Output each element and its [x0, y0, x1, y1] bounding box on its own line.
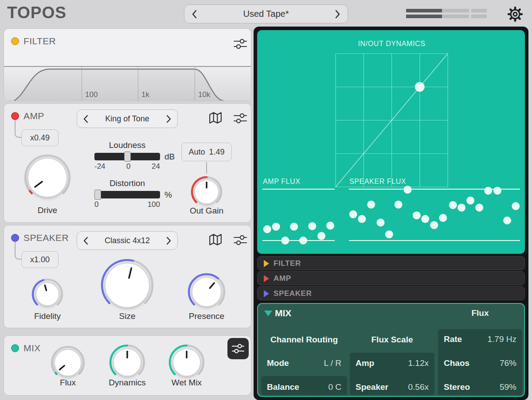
- out-gain-auto-box[interactable]: Auto 1.49: [181, 143, 232, 161]
- filter-led[interactable]: [11, 37, 19, 45]
- distortion-unit: %: [164, 190, 172, 200]
- balance-value[interactable]: 0 C: [328, 382, 341, 392]
- mode-row[interactable]: Mode L / R: [261, 358, 347, 369]
- speaker-model-next-button[interactable]: [166, 237, 171, 245]
- distortion-label: Distortion: [94, 179, 160, 188]
- amp-mod-scale-box[interactable]: x0.49: [21, 129, 59, 146]
- speaker-model-prev-button[interactable]: [83, 237, 88, 245]
- mix-section-label: MIX: [23, 343, 41, 353]
- inspector-mix-title[interactable]: MIX: [275, 308, 291, 318]
- chaos-row[interactable]: Chaos 76%: [438, 358, 522, 369]
- dynamics-knob-label: Dynamics: [101, 378, 154, 388]
- speaker-scale-value[interactable]: 0.56x: [408, 382, 429, 392]
- size-knob-label: Size: [101, 311, 154, 321]
- speaker-map-icon[interactable]: [208, 233, 223, 246]
- chevron-right-icon: [167, 237, 170, 244]
- flux-column-header: Flux: [438, 308, 522, 318]
- amp-scale-label: Amp: [356, 358, 374, 368]
- rate-row[interactable]: Rate 1.79 Hz: [438, 334, 522, 345]
- freq-gridline-1k: [138, 67, 138, 101]
- flux-display: IN/OUT DYNAMICS AMP FLUX SPEAKER FLUX: [257, 30, 525, 254]
- distortion-tick-min: 0: [94, 200, 98, 209]
- loudness-unit: dB: [164, 152, 175, 162]
- auto-value: 1.49: [209, 148, 224, 157]
- inspector-row-filter[interactable]: FILTER: [257, 256, 525, 270]
- preset-name[interactable]: Used Tape*: [243, 9, 289, 19]
- meter-clip-left: [471, 9, 487, 12]
- filter-section-label: FILTER: [23, 36, 56, 47]
- amp-scale-value[interactable]: 1.12x: [408, 358, 429, 368]
- drive-knob-label: Drive: [21, 206, 74, 215]
- loudness-slider[interactable]: [94, 153, 160, 160]
- drive-knob[interactable]: [22, 152, 73, 203]
- amp-model-prev-button[interactable]: [83, 115, 88, 123]
- presence-knob-label: Presence: [180, 311, 233, 321]
- mode-value[interactable]: L / R: [324, 358, 341, 368]
- amp-model-next-button[interactable]: [166, 115, 171, 123]
- distortion-slider[interactable]: [94, 191, 160, 198]
- filter-panel: FILTER 100 1k 10k: [4, 28, 251, 101]
- loudness-tick-max: 24: [152, 162, 160, 171]
- chevron-left-icon: [84, 116, 87, 122]
- wet-mix-knob[interactable]: [168, 344, 205, 381]
- speaker-led[interactable]: [11, 234, 19, 242]
- loudness-slider-handle[interactable]: [124, 151, 131, 162]
- speaker-sliders-icon[interactable]: [233, 234, 247, 246]
- balance-row[interactable]: Balance 0 C: [261, 382, 347, 392]
- preset-prev-button[interactable]: [192, 9, 197, 19]
- amp-map-icon[interactable]: [208, 111, 223, 124]
- amp-model-selector[interactable]: King of Tone: [77, 109, 178, 128]
- speaker-scale-label: Speaker: [356, 382, 388, 392]
- out-gain-knob[interactable]: [190, 175, 223, 208]
- loudness-tick-mid: 0: [126, 162, 130, 171]
- balance-label: Balance: [267, 382, 299, 392]
- inspector-row-amp[interactable]: AMP: [257, 271, 525, 285]
- amp-led[interactable]: [11, 112, 19, 120]
- chevron-right-icon: [336, 11, 339, 18]
- rate-value[interactable]: 1.79 Hz: [488, 334, 516, 344]
- amp-sliders-icon[interactable]: [233, 112, 247, 124]
- flux-scale-header: Flux Scale: [350, 335, 434, 345]
- flux-knob[interactable]: [50, 345, 86, 381]
- speaker-model-selector[interactable]: Classic 4x12: [77, 231, 178, 250]
- speaker-section-label: SPEAKER: [23, 233, 69, 243]
- filter-response-curve[interactable]: 100 1k 10k: [4, 66, 251, 101]
- inspector-row-speaker[interactable]: SPEAKER: [257, 286, 525, 300]
- output-level-meters: [406, 9, 487, 20]
- flux-display-graphics[interactable]: [257, 30, 525, 254]
- mix-led[interactable]: [11, 344, 19, 352]
- speaker-panel: SPEAKER x1.00 Classic 4x12: [4, 225, 251, 328]
- inspector-row-label: FILTER: [274, 259, 301, 268]
- amp-section-label: AMP: [23, 111, 44, 121]
- stereo-value[interactable]: 59%: [500, 382, 516, 392]
- collapse-triangle-icon[interactable]: [264, 311, 272, 316]
- filter-sliders-icon[interactable]: [233, 38, 247, 50]
- loudness-label: Loudness: [94, 140, 160, 150]
- amp-mod-scale-value: x0.49: [30, 133, 50, 143]
- mix-panel: MIX Flux Dynamics Wet Mix: [4, 335, 251, 396]
- flux-knob-label: Flux: [41, 378, 94, 388]
- preset-navigator[interactable]: Used Tape*: [184, 4, 348, 23]
- speaker-scale-row[interactable]: Speaker 0.56x: [350, 382, 434, 392]
- mix-sliders-button[interactable]: [227, 338, 249, 359]
- fidelity-knob[interactable]: [31, 278, 64, 311]
- stereo-row[interactable]: Stereo 59%: [438, 382, 522, 392]
- chaos-label: Chaos: [444, 358, 469, 368]
- presence-knob[interactable]: [188, 273, 226, 311]
- amp-model-name[interactable]: King of Tone: [105, 114, 149, 124]
- amp-led-connector: [15, 120, 21, 138]
- distortion-slider-handle[interactable]: [94, 190, 101, 200]
- rate-label: Rate: [444, 334, 462, 344]
- speaker-mod-scale-box[interactable]: x1.00: [21, 251, 59, 268]
- chaos-value[interactable]: 76%: [500, 358, 516, 368]
- chevron-left-icon: [84, 237, 87, 244]
- dynamics-knob[interactable]: [109, 344, 146, 381]
- wet-mix-knob-label: Wet Mix: [160, 378, 213, 388]
- speaker-model-name[interactable]: Classic 4x12: [105, 236, 150, 245]
- size-knob[interactable]: [100, 258, 154, 312]
- settings-gear-icon[interactable]: [506, 5, 524, 23]
- expand-triangle-icon: [264, 275, 269, 282]
- amp-panel: AMP x0.49 King of Tone: [4, 103, 251, 223]
- preset-next-button[interactable]: [335, 9, 340, 19]
- amp-scale-row[interactable]: Amp 1.12x: [350, 358, 434, 369]
